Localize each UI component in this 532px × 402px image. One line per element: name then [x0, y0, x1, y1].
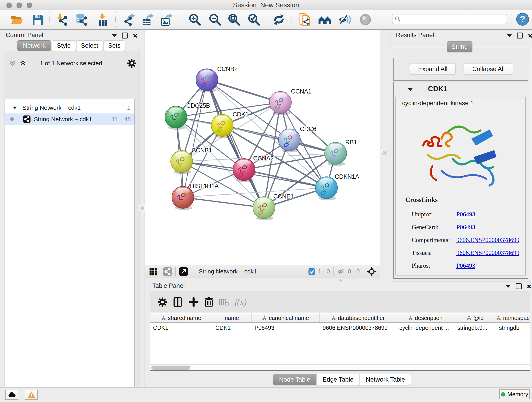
table-cell[interactable]: stringdb:9...	[454, 323, 496, 332]
table-panel: Table Panel ×	[145, 281, 532, 387]
homes-icon[interactable]	[318, 13, 331, 26]
node-label-CCNA2: CCNA2	[253, 155, 273, 162]
network-node-CDK1[interactable]: CDK1	[211, 111, 249, 138]
network-edge[interactable]	[207, 80, 280, 102]
tab-node-table[interactable]: Node Table	[273, 374, 317, 385]
tab-edge-table[interactable]: Edge Table	[317, 374, 360, 385]
crosslink-value-link[interactable]: 9606.ENSP00000378699	[456, 236, 519, 243]
gene-collapse-icon[interactable]	[408, 88, 413, 91]
network-canvas[interactable]: CCNB2CCNA1CDC25BCDK1CDC6RB1CCNB1CCNA2CDK…	[145, 30, 380, 265]
export-table-icon[interactable]	[142, 13, 155, 26]
svg-text:?: ?	[520, 14, 525, 24]
table-cell[interactable]: P06493	[252, 323, 320, 332]
columns-icon[interactable]	[173, 297, 182, 307]
table-cell[interactable]: 9606.ENSP00000378699	[320, 323, 396, 332]
import-database-icon[interactable]	[75, 13, 88, 26]
network-options-gear-icon[interactable]	[127, 59, 136, 68]
tab-network[interactable]: Network	[17, 40, 51, 51]
column-header[interactable]: shared name	[150, 313, 212, 322]
results-scrollbar-track[interactable]	[530, 48, 532, 281]
tab-string[interactable]: String	[447, 41, 472, 52]
crosslink-value-link[interactable]: P06493	[456, 262, 475, 269]
delete-trash-icon[interactable]	[204, 297, 214, 307]
panel-float-icon[interactable]	[507, 34, 512, 37]
grid-view-icon[interactable]	[149, 267, 158, 276]
crosslink-value-link[interactable]: P06493	[456, 211, 475, 218]
memory-button[interactable]: Memory	[499, 389, 530, 399]
network-row-selected[interactable]: String Network – cdk1 11 48	[5, 114, 134, 125]
column-header[interactable]: @id	[454, 313, 496, 322]
export-image-icon[interactable]	[160, 13, 174, 26]
save-icon[interactable]	[31, 13, 44, 26]
expand-all-chevrons-icon[interactable]	[8, 59, 17, 67]
hide-eye-icon[interactable]	[338, 13, 351, 26]
node-label-HIST1H1A: HIST1H1A	[190, 183, 219, 190]
netbar-separator	[175, 267, 176, 276]
zoom-in-icon[interactable]	[188, 13, 202, 26]
table-gear-icon[interactable]	[158, 297, 167, 307]
tab-style[interactable]: Style	[52, 40, 76, 51]
import-table-icon[interactable]	[96, 13, 109, 26]
tree-expand-icon[interactable]	[13, 106, 17, 109]
column-header[interactable]: namespac	[496, 313, 530, 322]
table-cell[interactable]: stringdb	[496, 323, 530, 332]
left-splitter-grip[interactable]	[139, 205, 145, 211]
help-icon[interactable]: ?	[516, 13, 529, 26]
table-row[interactable]: CDK1 CDK1 P06493 9606.ENSP00000378699 cy…	[150, 323, 530, 332]
network-collection-row[interactable]: String Network – cdk1 1	[5, 102, 134, 114]
open-folder-icon[interactable]	[10, 13, 23, 26]
refresh-icon[interactable]	[272, 13, 285, 26]
table-cell[interactable]: CDK1	[212, 323, 252, 332]
document-network-icon[interactable]	[298, 13, 312, 26]
tab-select[interactable]: Select	[76, 40, 103, 51]
selected-checkbox-icon[interactable]	[308, 268, 315, 275]
open-view-icon[interactable]	[179, 267, 188, 276]
column-header[interactable]: description	[396, 313, 454, 322]
zoom-out-icon[interactable]	[209, 13, 222, 26]
network-edge[interactable]	[183, 197, 264, 208]
panel-float-icon[interactable]	[112, 34, 117, 37]
panel-float-icon[interactable]	[506, 285, 511, 288]
search-input[interactable]	[401, 16, 504, 23]
network-view-share-icon[interactable]	[163, 267, 172, 276]
export-network-icon[interactable]	[123, 13, 136, 26]
network-node-CDC6[interactable]: CDC6	[278, 126, 317, 153]
table-hscrollbar[interactable]	[150, 364, 530, 370]
add-icon[interactable]	[189, 297, 198, 307]
panel-maximize-icon[interactable]	[122, 32, 128, 38]
table-cell[interactable]: cyclin-dependent ...	[396, 323, 454, 332]
collapse-all-chevrons-icon[interactable]	[19, 59, 27, 67]
table-cell[interactable]: CDK1	[150, 323, 212, 332]
panel-maximize-icon[interactable]	[516, 283, 522, 289]
network-node-RB1[interactable]: RB1	[325, 139, 357, 166]
crosslink-value-link[interactable]: P06493	[456, 224, 475, 230]
table-hscrollbar-thumb[interactable]	[151, 366, 190, 370]
panel-close-icon[interactable]: ×	[133, 33, 138, 38]
warnings-button[interactable]	[25, 390, 38, 400]
column-header[interactable]: name	[212, 313, 252, 322]
network-node-CDKN1A[interactable]: CDKN1A	[316, 173, 359, 200]
title-bar: Session: New Session	[0, 0, 532, 10]
search-field[interactable]	[392, 14, 507, 24]
right-splitter-grip[interactable]	[381, 150, 387, 156]
panel-maximize-icon[interactable]	[517, 32, 523, 38]
netbar-separator	[333, 267, 334, 276]
network-graph[interactable]: CCNB2CCNA1CDC25BCDK1CDC6RB1CCNB1CCNA2CDK…	[145, 30, 380, 265]
fit-content-crosshair-icon[interactable]	[367, 267, 377, 277]
import-network-icon[interactable]	[56, 13, 69, 26]
zoom-fit-icon[interactable]	[228, 13, 241, 26]
sphere-icon[interactable]	[359, 13, 372, 26]
column-header[interactable]: database identifier	[320, 313, 396, 322]
table-panel-title: Table Panel	[152, 282, 185, 289]
column-header[interactable]: canonical name	[252, 313, 320, 322]
cloud-button[interactable]	[5, 390, 18, 400]
zoom-selected-icon[interactable]	[247, 13, 261, 26]
crosslink-value-link[interactable]: 9606.ENSP00000378699	[456, 249, 519, 256]
panel-close-icon[interactable]: ×	[527, 284, 531, 288]
collapse-all-button[interactable]: Collapse All	[464, 63, 513, 75]
tab-network-table[interactable]: Network Table	[360, 374, 411, 385]
tab-sets[interactable]: Sets	[103, 40, 125, 51]
window-title: Session: New Session	[0, 1, 532, 9]
expand-all-button[interactable]: Expand All	[410, 63, 456, 75]
panel-close-icon[interactable]: ×	[528, 33, 532, 38]
